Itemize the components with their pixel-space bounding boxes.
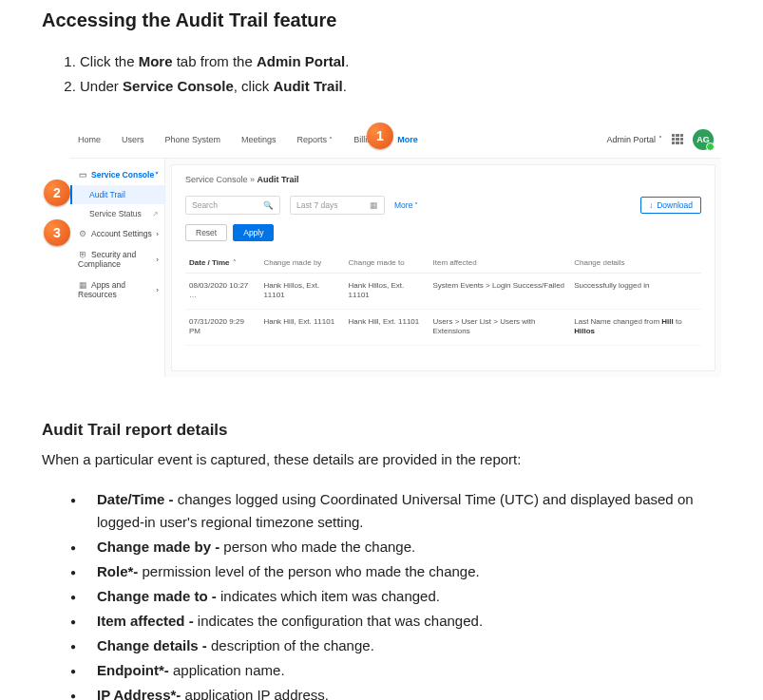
cell-datetime: 08/03/2020 10:27 …: [185, 274, 259, 310]
more-label: More: [394, 200, 412, 210]
col-change-to[interactable]: Change made to: [345, 253, 429, 274]
list-item: Endpoint*- application name.: [70, 659, 721, 682]
text: Under: [80, 78, 123, 94]
calendar-icon: ▦: [370, 200, 378, 210]
term: Item affected -: [97, 613, 198, 629]
nav-phone-system[interactable]: Phone System: [165, 135, 221, 144]
term: Endpoint*-: [97, 662, 173, 678]
sub-section-title: Audit Trail report details: [42, 421, 721, 440]
text-bold: More: [139, 53, 173, 69]
chevron-down-icon: ˅: [155, 171, 159, 180]
callout-3: 3: [44, 219, 70, 246]
col-change-details[interactable]: Change details: [570, 253, 701, 274]
download-label: Download: [657, 200, 693, 210]
avatar[interactable]: AG: [693, 129, 714, 150]
term: Change made to -: [97, 588, 220, 604]
callout-1: 1: [367, 123, 393, 149]
top-nav: Home Users Phone System Meetings Reports…: [70, 121, 721, 159]
text: .: [343, 78, 347, 94]
table-row: 08/03/2020 10:27 … Hank Hillos, Ext. 111…: [185, 274, 701, 310]
text-bold: Admin Portal: [257, 53, 345, 69]
sidebar-item-service-status[interactable]: Service Status ↗: [70, 204, 164, 223]
list-item: Change details - description of the chan…: [70, 634, 721, 657]
sidebar: ▭Service Console ˅ Audit Trail Service S…: [70, 159, 165, 377]
nav-home[interactable]: Home: [78, 135, 101, 144]
text: Last Name changed from: [574, 317, 661, 326]
text-bold: Hillos: [574, 327, 595, 335]
term: Change made by -: [97, 539, 223, 555]
list-item: IP Address*- application IP address.: [70, 684, 721, 700]
list-item: Item affected - indicates the configurat…: [70, 610, 721, 633]
col-item-affected[interactable]: Item affected: [429, 253, 571, 274]
term: Change details -: [97, 637, 211, 653]
apply-button[interactable]: Apply: [233, 224, 274, 241]
sidebar-service-console[interactable]: ▭Service Console ˅: [70, 164, 164, 185]
list-item: Change made by - person who made the cha…: [70, 536, 721, 558]
chevron-right-icon: ›: [156, 286, 159, 294]
sidebar-item-label: Service Status: [89, 209, 142, 218]
text-bold: Service Console: [123, 78, 234, 94]
breadcrumb-current: Audit Trail: [258, 175, 299, 184]
portal-selector[interactable]: Admin Portal˅: [606, 135, 662, 144]
main-panel: Service Console » Audit Trail Search 🔍 L…: [171, 164, 715, 371]
col-change-by[interactable]: Change made by: [259, 253, 344, 274]
text-bold: Audit Trail: [273, 78, 342, 94]
sidebar-account-settings[interactable]: ⚙Account Settings ›: [70, 223, 164, 244]
chevron-right-icon: ›: [156, 230, 159, 238]
reset-button[interactable]: Reset: [185, 224, 227, 241]
download-button[interactable]: ↓Download: [640, 197, 701, 214]
sidebar-apps[interactable]: ▦Apps and Resources ›: [70, 274, 164, 305]
search-input[interactable]: Search 🔍: [185, 196, 280, 215]
text-bold: Hill: [661, 317, 673, 326]
search-placeholder: Search: [192, 200, 218, 210]
cell-details: Successfully logged in: [570, 274, 701, 310]
chevron-right-icon: ›: [156, 255, 159, 264]
desc: application name.: [173, 662, 285, 678]
desc: description of the change.: [211, 637, 374, 653]
screenshot-figure: 1 2 3 Home Users Phone System Meetings R…: [42, 121, 721, 377]
cell-by: Hank Hill, Ext. 11101: [259, 309, 344, 345]
more-filters-link[interactable]: More˅: [394, 200, 418, 210]
cell-item: System Events > Login Success/Failed: [429, 274, 571, 310]
search-icon: 🔍: [263, 200, 274, 210]
text: , click: [234, 78, 274, 94]
monitor-icon: ▭: [78, 170, 87, 180]
details-list: Date/Time - changes logged using Coordin…: [42, 488, 721, 700]
sidebar-item-audit-trail[interactable]: Audit Trail: [70, 185, 164, 204]
apps-icon: ▦: [78, 280, 87, 290]
sidebar-security[interactable]: ⛨Security and Compliance ›: [70, 244, 164, 274]
text: to: [674, 317, 682, 326]
app-body: ▭Service Console ˅ Audit Trail Service S…: [70, 159, 721, 377]
apps-grid-icon[interactable]: [672, 134, 683, 145]
term: IP Address*-: [97, 687, 185, 700]
table-header-row: Date / Time˄ Change made by Change made …: [185, 253, 701, 274]
chevron-down-icon: ˅: [327, 136, 333, 144]
cell-item: Users > User List > Users with Extension…: [429, 309, 571, 345]
term: Role*-: [97, 563, 143, 579]
steps-list: Click the More tab from the Admin Portal…: [42, 50, 721, 98]
nav-items: Home Users Phone System Meetings Reports…: [78, 135, 606, 144]
date-range-input[interactable]: Last 7 days ▦: [290, 196, 385, 215]
breadcrumb-sep: »: [248, 175, 258, 184]
text: .: [345, 53, 349, 69]
date-range-label: Last 7 days: [296, 200, 337, 210]
table-row: 07/31/2020 9:29 PM Hank Hill, Ext. 11101…: [185, 309, 701, 345]
nav-more[interactable]: More: [397, 135, 418, 144]
top-nav-right: Admin Portal˅ AG: [606, 129, 714, 150]
breadcrumb-root[interactable]: Service Console: [185, 175, 248, 184]
desc: changes logged using Coordinated Univers…: [97, 491, 694, 530]
cell-by: Hank Hillos, Ext. 11101: [259, 274, 344, 310]
desc: person who made the change.: [223, 539, 415, 555]
text: tab from the: [173, 53, 257, 69]
nav-meetings[interactable]: Meetings: [241, 135, 277, 144]
nav-users[interactable]: Users: [122, 135, 144, 144]
desc: application IP address.: [185, 687, 330, 700]
sort-icon: ˄: [233, 259, 237, 266]
breadcrumb: Service Console » Audit Trail: [185, 175, 701, 184]
nav-reports[interactable]: Reports ˅: [297, 135, 334, 144]
desc: permission level of the person who made …: [143, 563, 480, 579]
audit-table: Date / Time˄ Change made by Change made …: [185, 253, 701, 346]
col-datetime[interactable]: Date / Time˄: [185, 253, 259, 274]
cell-details: Last Name changed from Hill to Hillos: [570, 309, 701, 345]
shield-icon: ⛨: [78, 250, 87, 259]
